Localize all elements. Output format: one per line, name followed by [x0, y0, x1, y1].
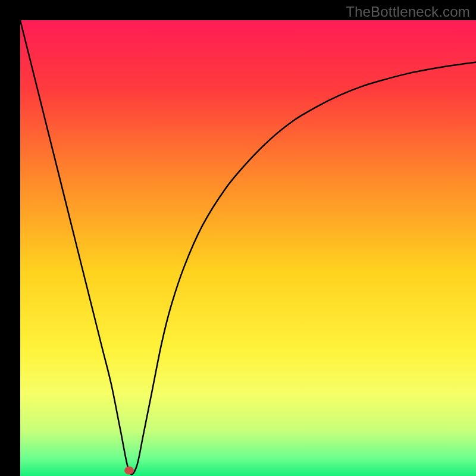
gradient-background [20, 20, 476, 476]
chart-frame [20, 20, 476, 476]
minimum-marker [124, 466, 134, 475]
watermark-text: TheBottleneck.com [346, 4, 470, 20]
bottleneck-chart [20, 20, 476, 476]
